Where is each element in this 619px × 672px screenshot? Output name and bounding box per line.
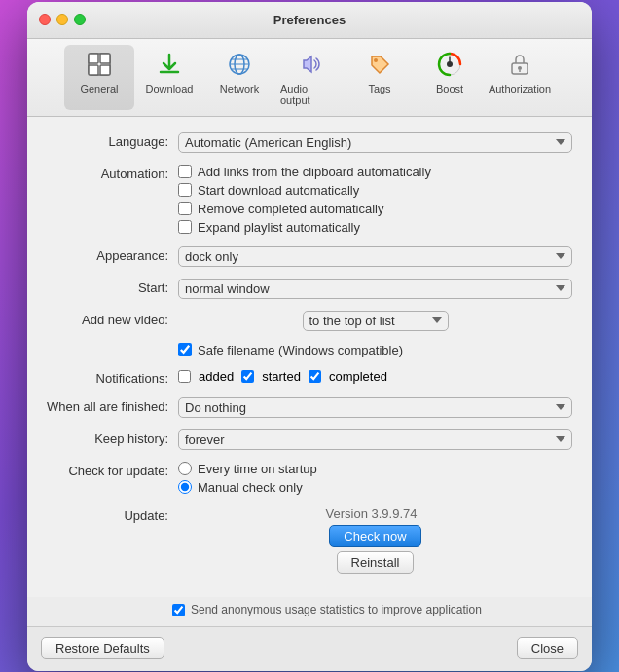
- keep-history-content: forever 1 day 1 week 1 month: [178, 429, 572, 450]
- auto-remove-checkbox[interactable]: [178, 202, 192, 215]
- update-label: Update:: [47, 506, 178, 523]
- safe-filename-spacer: [47, 343, 178, 345]
- language-select[interactable]: Automatic (American English): [178, 132, 572, 153]
- add-video-content: to the top of list to the bottom of list: [178, 311, 572, 331]
- notif-started-checkbox[interactable]: [241, 370, 254, 383]
- appearance-select[interactable]: dock only normal window menu bar only: [178, 246, 572, 267]
- notif-added-label: added: [199, 369, 234, 384]
- automation-label: Automation:: [47, 165, 178, 181]
- notif-completed-checkbox[interactable]: [309, 370, 321, 383]
- start-select[interactable]: normal window minimized hidden: [178, 279, 572, 299]
- when-finished-row: When all are finished: Do nothing Quit a…: [47, 397, 572, 418]
- add-video-label: Add new video:: [47, 311, 178, 327]
- toolbar-item-tags[interactable]: Tags: [345, 45, 415, 110]
- toolbar: General Download Network: [27, 39, 592, 117]
- svg-rect-1: [89, 54, 98, 63]
- anon-label: Send anonymous usage statistics to impro…: [191, 603, 482, 616]
- notifications-label: Notifications:: [47, 369, 178, 386]
- toolbar-label-authorization: Authorization: [489, 83, 551, 94]
- appearance-content: dock only normal window menu bar only: [178, 246, 572, 267]
- automation-remove: Remove completed automatically: [178, 202, 572, 216]
- start-label: Start:: [47, 279, 178, 295]
- start-content: normal window minimized hidden: [178, 279, 572, 299]
- notifications-row: Notifications: added started completed: [47, 369, 572, 386]
- language-row: Language: Automatic (American English): [47, 132, 572, 153]
- toolbar-label-general: General: [80, 83, 118, 94]
- toolbar-item-general[interactable]: General: [64, 45, 134, 110]
- fullscreen-button[interactable]: [74, 14, 86, 25]
- footer: Restore Defaults Close: [27, 626, 592, 671]
- toolbar-item-download[interactable]: Download: [134, 45, 204, 110]
- update-content: Version 3.9.9.74 Check now Reinstall: [178, 506, 572, 574]
- language-label: Language:: [47, 132, 178, 149]
- traffic-lights: [39, 14, 86, 25]
- start-row: Start: normal window minimized hidden: [47, 279, 572, 299]
- close-button[interactable]: Close: [517, 637, 578, 659]
- toolbar-item-boost[interactable]: Boost: [415, 45, 485, 110]
- preferences-window: Preferences General Do: [27, 2, 592, 671]
- close-button[interactable]: [39, 14, 51, 25]
- auto-expand-label: Expand playlist automatically: [198, 220, 360, 235]
- svg-point-12: [518, 66, 522, 70]
- check-update-row: Check for update: Every time on startup …: [47, 462, 572, 495]
- toolbar-label-download: Download: [146, 83, 194, 94]
- safe-filename-content: Safe filename (Windows compatible): [178, 343, 572, 357]
- anon-row: Send anonymous usage statistics to impro…: [27, 597, 592, 626]
- update-startup-row: Every time on startup: [178, 462, 572, 476]
- boost-icon: [434, 49, 465, 80]
- notif-started-label: started: [262, 369, 301, 384]
- audio-icon: [294, 49, 325, 80]
- safe-filename-label: Safe filename (Windows compatible): [198, 343, 403, 357]
- keep-history-select[interactable]: forever 1 day 1 week 1 month: [178, 429, 572, 450]
- when-finished-content: Do nothing Quit application Sleep Shutdo…: [178, 397, 572, 418]
- restore-defaults-button[interactable]: Restore Defaults: [41, 637, 164, 659]
- window-title: Preferences: [273, 13, 346, 27]
- notif-completed-label: completed: [329, 369, 387, 384]
- minimize-button[interactable]: [56, 14, 68, 25]
- auto-expand-checkbox[interactable]: [178, 220, 192, 234]
- add-video-select[interactable]: to the top of list to the bottom of list: [303, 311, 449, 331]
- general-icon: [84, 49, 115, 80]
- anon-checkbox[interactable]: [172, 604, 185, 616]
- when-finished-select[interactable]: Do nothing Quit application Sleep Shutdo…: [178, 397, 572, 418]
- toolbar-label-network: Network: [220, 83, 259, 94]
- auto-clipboard-checkbox[interactable]: [178, 165, 192, 178]
- svg-point-7: [374, 58, 378, 62]
- authorization-icon: [504, 49, 535, 80]
- preferences-content: Language: Automatic (American English) A…: [27, 117, 592, 597]
- when-finished-label: When all are finished:: [47, 397, 178, 414]
- appearance-row: Appearance: dock only normal window menu…: [47, 246, 572, 267]
- safe-filename-checkbox[interactable]: [178, 343, 192, 356]
- toolbar-label-tags: Tags: [368, 83, 390, 94]
- safe-filename-row: Safe filename (Windows compatible): [47, 343, 572, 357]
- auto-clipboard-label: Add links from the clipboard automatical…: [198, 165, 431, 179]
- notif-added-checkbox[interactable]: [178, 370, 191, 383]
- keep-history-label: Keep history:: [47, 429, 178, 446]
- update-row: Update: Version 3.9.9.74 Check now Reins…: [47, 506, 572, 574]
- auto-remove-label: Remove completed automatically: [198, 202, 383, 216]
- update-startup-label: Every time on startup: [198, 462, 317, 476]
- automation-start: Start download automatically: [178, 183, 572, 198]
- toolbar-item-audio[interactable]: Audio output: [274, 45, 345, 110]
- download-icon: [154, 49, 185, 80]
- tags-icon: [364, 49, 395, 80]
- version-text: Version 3.9.9.74: [326, 506, 418, 521]
- update-manual-row: Manual check only: [178, 480, 572, 495]
- update-manual-radio[interactable]: [178, 480, 192, 494]
- check-update-label: Check for update:: [47, 462, 178, 478]
- appearance-label: Appearance:: [47, 246, 178, 263]
- automation-content: Add links from the clipboard automatical…: [178, 165, 572, 235]
- reinstall-button[interactable]: Reinstall: [337, 551, 415, 574]
- auto-start-checkbox[interactable]: [178, 183, 192, 197]
- update-startup-radio[interactable]: [178, 462, 192, 475]
- check-now-button[interactable]: Check now: [329, 525, 420, 547]
- update-manual-label: Manual check only: [198, 480, 303, 495]
- safe-filename-check-row: Safe filename (Windows compatible): [178, 343, 572, 357]
- notifications-content: added started completed: [178, 369, 572, 384]
- toolbar-item-authorization[interactable]: Authorization: [485, 45, 555, 110]
- toolbar-item-network[interactable]: Network: [204, 45, 274, 110]
- svg-rect-4: [100, 65, 110, 75]
- add-video-row: Add new video: to the top of list to the…: [47, 311, 572, 331]
- notifications-checks: added started completed: [178, 369, 572, 384]
- automation-clipboard: Add links from the clipboard automatical…: [178, 165, 572, 179]
